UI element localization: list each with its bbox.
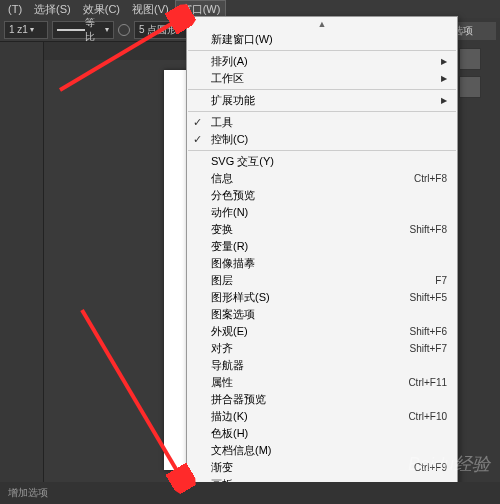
menu-item-shortcut: Shift+F7 [409, 343, 447, 354]
menu-item[interactable]: 导航器 [187, 357, 457, 374]
brush-label: 5 点圆形 [139, 23, 177, 37]
menu-item-label: SVG 交互(Y) [211, 154, 274, 169]
menu-item[interactable]: 扩展功能▶ [187, 92, 457, 109]
menu-item-label: 图案选项 [211, 307, 255, 322]
menu-item[interactable]: 属性Ctrl+F11 [187, 374, 457, 391]
chevron-down-icon: ▾ [30, 25, 34, 34]
chevron-down-icon: ▾ [105, 25, 109, 34]
menu-item-label: 变换 [211, 222, 233, 237]
menu-item[interactable]: 外观(E)Shift+F6 [187, 323, 457, 340]
menu-item[interactable]: 文档信息(M) [187, 442, 457, 459]
brush-box[interactable]: 5 点圆形 [134, 21, 190, 39]
menu-item-shortcut: Shift+F6 [409, 326, 447, 337]
menu-item[interactable]: SVG 交互(Y) [187, 153, 457, 170]
menu-item[interactable]: 新建窗口(W) [187, 31, 457, 48]
submenu-arrow-icon: ▶ [441, 96, 447, 105]
menu-item-label: 色板(H) [211, 426, 248, 441]
check-icon: ✓ [193, 116, 202, 129]
menu-item-shortcut: F7 [435, 275, 447, 286]
menu-item-label: 排列(A) [211, 54, 248, 69]
panel-icon-2[interactable] [459, 76, 481, 98]
menu-item-label: 外观(E) [211, 324, 248, 339]
menu-item-label: 图像描摹 [211, 256, 255, 271]
window-menu-dropdown: ▲ 新建窗口(W)排列(A)▶工作区▶扩展功能▶✓工具✓控制(C)SVG 交互(… [186, 16, 458, 504]
stroke-box[interactable]: 等比▾ [52, 21, 114, 39]
status-bar: 增加选项 [0, 482, 500, 504]
menu-separator [188, 50, 456, 51]
menu-item-label: 对齐 [211, 341, 233, 356]
menu-separator [188, 111, 456, 112]
menu-item-label: 动作(N) [211, 205, 248, 220]
menu-item-label: 变量(R) [211, 239, 248, 254]
menu-item-label: 分色预览 [211, 188, 255, 203]
menu-item-shortcut: Ctrl+F8 [414, 173, 447, 184]
menu-item-label: 扩展功能 [211, 93, 255, 108]
menu-item[interactable]: 图形样式(S)Shift+F5 [187, 289, 457, 306]
menu-item-label: 导航器 [211, 358, 244, 373]
menu-item[interactable]: ✓工具 [187, 114, 457, 131]
menu-item-label: 渐变 [211, 460, 233, 475]
menu-item-label: 描边(K) [211, 409, 248, 424]
menu-t[interactable]: (T) [2, 1, 28, 17]
submenu-arrow-icon: ▶ [441, 57, 447, 66]
check-icon: ✓ [193, 133, 202, 146]
stroke-preview [57, 29, 85, 31]
menu-scroll-up[interactable]: ▲ [187, 19, 457, 31]
zoom-box[interactable]: 1 z1▾ [4, 21, 48, 39]
menu-item-shortcut: Ctrl+F11 [408, 377, 447, 388]
menu-item-shortcut: Shift+F8 [409, 224, 447, 235]
panel-icon-1[interactable] [459, 48, 481, 70]
menu-item-shortcut: Ctrl+F10 [408, 411, 447, 422]
menu-item[interactable]: 图层F7 [187, 272, 457, 289]
menu-select[interactable]: 选择(S) [28, 0, 77, 19]
menu-item[interactable]: 变换Shift+F8 [187, 221, 457, 238]
menu-item[interactable]: 排列(A)▶ [187, 53, 457, 70]
menu-item[interactable]: 分色预览 [187, 187, 457, 204]
menu-item-label: 图形样式(S) [211, 290, 270, 305]
status-text: 增加选项 [8, 486, 48, 500]
menu-item-label: 新建窗口(W) [211, 32, 273, 47]
menu-item-label: 文档信息(M) [211, 443, 272, 458]
menu-item-label: 图层 [211, 273, 233, 288]
zoom-value: 1 z1 [9, 24, 28, 35]
menu-view[interactable]: 视图(V) [126, 0, 175, 19]
menu-item-label: 工具 [211, 115, 233, 130]
menu-separator [188, 150, 456, 151]
menu-item-label: 拼合器预览 [211, 392, 266, 407]
menu-item[interactable]: 拼合器预览 [187, 391, 457, 408]
menu-item-label: 属性 [211, 375, 233, 390]
menu-item[interactable]: 图案选项 [187, 306, 457, 323]
menu-item[interactable]: 对齐Shift+F7 [187, 340, 457, 357]
menu-item-label: 工作区 [211, 71, 244, 86]
menu-item[interactable]: 图像描摹 [187, 255, 457, 272]
menu-item-shortcut: Ctrl+F9 [414, 462, 447, 473]
menu-item[interactable]: 信息Ctrl+F8 [187, 170, 457, 187]
stroke-label: 等比 [85, 16, 103, 44]
menu-separator [188, 89, 456, 90]
brush-preview-icon [118, 24, 130, 36]
menu-item[interactable]: 渐变Ctrl+F9 [187, 459, 457, 476]
menu-item[interactable]: 工作区▶ [187, 70, 457, 87]
menu-item-label: 信息 [211, 171, 233, 186]
menu-item[interactable]: 变量(R) [187, 238, 457, 255]
menu-item[interactable]: 描边(K)Ctrl+F10 [187, 408, 457, 425]
tools-panel [0, 42, 44, 482]
menu-item[interactable]: 色板(H) [187, 425, 457, 442]
menu-item-shortcut: Shift+F5 [409, 292, 447, 303]
menu-item-label: 控制(C) [211, 132, 248, 147]
menu-item[interactable]: ✓控制(C) [187, 131, 457, 148]
submenu-arrow-icon: ▶ [441, 74, 447, 83]
menu-item[interactable]: 动作(N) [187, 204, 457, 221]
